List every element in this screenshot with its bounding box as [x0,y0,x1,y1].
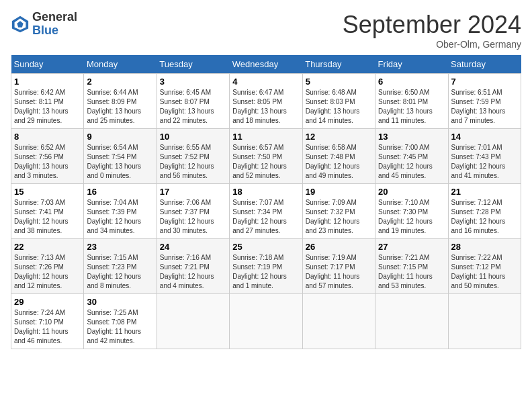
day-number-4: 4 [232,77,299,87]
cell-w3-d5: 27Sunrise: 7:21 AMSunset: 7:15 PMDayligh… [375,239,448,294]
day-number-27: 27 [378,242,445,252]
col-tuesday: Tuesday [157,55,229,74]
cell-w2-d2: 17Sunrise: 7:06 AMSunset: 7:37 PMDayligh… [157,184,229,239]
day-number-23: 23 [87,242,153,252]
day-number-16: 16 [87,187,153,197]
cell-w2-d5: 20Sunrise: 7:10 AMSunset: 7:30 PMDayligh… [375,184,448,239]
cell-w1-d6: 14Sunrise: 7:01 AMSunset: 7:43 PMDayligh… [448,129,521,184]
week-row-0: 1Sunrise: 6:42 AMSunset: 8:11 PMDaylight… [11,74,521,129]
week-row-3: 22Sunrise: 7:13 AMSunset: 7:26 PMDayligh… [11,239,521,294]
day-info-23: Sunrise: 7:15 AMSunset: 7:23 PMDaylight:… [87,253,153,291]
day-number-12: 12 [306,132,372,142]
day-info-15: Sunrise: 7:03 AMSunset: 7:41 PMDaylight:… [14,198,81,236]
cell-w3-d2: 24Sunrise: 7:16 AMSunset: 7:21 PMDayligh… [157,239,229,294]
day-number-15: 15 [14,187,81,197]
cell-w3-d1: 23Sunrise: 7:15 AMSunset: 7:23 PMDayligh… [84,239,157,294]
logo: General Blue [11,11,77,38]
day-number-13: 13 [378,132,445,142]
day-number-10: 10 [160,132,226,142]
cell-w0-d1: 2Sunrise: 6:44 AMSunset: 8:09 PMDaylight… [84,74,157,129]
logo-general-text: General [32,11,77,24]
cell-w3-d4: 26Sunrise: 7:19 AMSunset: 7:17 PMDayligh… [302,239,375,294]
day-info-30: Sunrise: 7:25 AMSunset: 7:08 PMDaylight:… [87,308,153,346]
cell-w2-d6: 21Sunrise: 7:12 AMSunset: 7:28 PMDayligh… [448,184,521,239]
cell-w3-d0: 22Sunrise: 7:13 AMSunset: 7:26 PMDayligh… [11,239,84,294]
cell-w2-d0: 15Sunrise: 7:03 AMSunset: 7:41 PMDayligh… [11,184,84,239]
cell-w4-d1: 30Sunrise: 7:25 AMSunset: 7:08 PMDayligh… [84,294,157,349]
day-info-7: Sunrise: 6:51 AMSunset: 7:59 PMDaylight:… [451,88,518,126]
day-number-1: 1 [14,77,81,87]
header-row: Sunday Monday Tuesday Wednesday Thursday… [11,55,521,74]
cell-w2-d3: 18Sunrise: 7:07 AMSunset: 7:34 PMDayligh… [230,184,302,239]
week-row-1: 8Sunrise: 6:52 AMSunset: 7:56 PMDaylight… [11,129,521,184]
location: Ober-Olm, Germany [343,39,521,50]
day-info-22: Sunrise: 7:13 AMSunset: 7:26 PMDaylight:… [14,253,81,291]
day-info-8: Sunrise: 6:52 AMSunset: 7:56 PMDaylight:… [14,143,81,181]
day-number-8: 8 [14,132,81,142]
day-number-3: 3 [160,77,226,87]
day-info-3: Sunrise: 6:45 AMSunset: 8:07 PMDaylight:… [160,88,226,126]
calendar-body: 1Sunrise: 6:42 AMSunset: 8:11 PMDaylight… [11,74,521,349]
logo-icon [11,15,30,34]
day-info-27: Sunrise: 7:21 AMSunset: 7:15 PMDaylight:… [378,253,445,291]
cell-w0-d5: 6Sunrise: 6:50 AMSunset: 8:01 PMDaylight… [375,74,448,129]
day-info-21: Sunrise: 7:12 AMSunset: 7:28 PMDaylight:… [451,198,518,236]
day-info-25: Sunrise: 7:18 AMSunset: 7:19 PMDaylight:… [232,253,299,291]
cell-w4-d2 [157,294,229,349]
day-number-26: 26 [306,242,372,252]
cell-w1-d3: 11Sunrise: 6:57 AMSunset: 7:50 PMDayligh… [230,129,302,184]
day-info-16: Sunrise: 7:04 AMSunset: 7:39 PMDaylight:… [87,198,153,236]
cell-w1-d2: 10Sunrise: 6:55 AMSunset: 7:52 PMDayligh… [157,129,229,184]
day-number-29: 29 [14,297,81,307]
day-info-12: Sunrise: 6:58 AMSunset: 7:48 PMDaylight:… [306,143,372,181]
day-number-18: 18 [232,187,299,197]
cell-w0-d2: 3Sunrise: 6:45 AMSunset: 8:07 PMDaylight… [157,74,229,129]
header: General Blue September 2024 Ober-Olm, Ge… [11,11,521,50]
day-info-18: Sunrise: 7:07 AMSunset: 7:34 PMDaylight:… [232,198,299,236]
col-thursday: Thursday [302,55,375,74]
logo-blue-text: Blue [32,24,77,38]
day-info-29: Sunrise: 7:24 AMSunset: 7:10 PMDaylight:… [14,308,81,346]
day-info-19: Sunrise: 7:09 AMSunset: 7:32 PMDaylight:… [306,198,372,236]
cell-w3-d3: 25Sunrise: 7:18 AMSunset: 7:19 PMDayligh… [230,239,302,294]
day-number-2: 2 [87,77,153,87]
cell-w1-d0: 8Sunrise: 6:52 AMSunset: 7:56 PMDaylight… [11,129,84,184]
day-info-13: Sunrise: 7:00 AMSunset: 7:45 PMDaylight:… [378,143,445,181]
cell-w0-d3: 4Sunrise: 6:47 AMSunset: 8:05 PMDaylight… [230,74,302,129]
day-number-28: 28 [451,242,518,252]
cell-w1-d5: 13Sunrise: 7:00 AMSunset: 7:45 PMDayligh… [375,129,448,184]
month-title: September 2024 [343,11,521,39]
day-info-17: Sunrise: 7:06 AMSunset: 7:37 PMDaylight:… [160,198,226,236]
col-monday: Monday [84,55,157,74]
col-friday: Friday [375,55,448,74]
cell-w1-d1: 9Sunrise: 6:54 AMSunset: 7:54 PMDaylight… [84,129,157,184]
cell-w4-d5 [375,294,448,349]
cell-w2-d4: 19Sunrise: 7:09 AMSunset: 7:32 PMDayligh… [302,184,375,239]
col-saturday: Saturday [448,55,521,74]
day-number-21: 21 [451,187,518,197]
day-info-26: Sunrise: 7:19 AMSunset: 7:17 PMDaylight:… [306,253,372,291]
day-info-24: Sunrise: 7:16 AMSunset: 7:21 PMDaylight:… [160,253,226,291]
cell-w3-d6: 28Sunrise: 7:22 AMSunset: 7:12 PMDayligh… [448,239,521,294]
day-info-20: Sunrise: 7:10 AMSunset: 7:30 PMDaylight:… [378,198,445,236]
day-number-30: 30 [87,297,153,307]
col-sunday: Sunday [11,55,84,74]
day-info-28: Sunrise: 7:22 AMSunset: 7:12 PMDaylight:… [451,253,518,291]
day-number-14: 14 [451,132,518,142]
day-info-1: Sunrise: 6:42 AMSunset: 8:11 PMDaylight:… [14,88,81,126]
day-number-22: 22 [14,242,81,252]
week-row-2: 15Sunrise: 7:03 AMSunset: 7:41 PMDayligh… [11,184,521,239]
calendar-header: Sunday Monday Tuesday Wednesday Thursday… [11,55,521,74]
day-number-19: 19 [306,187,372,197]
day-number-17: 17 [160,187,226,197]
calendar: Sunday Monday Tuesday Wednesday Thursday… [11,55,521,349]
day-number-24: 24 [160,242,226,252]
cell-w0-d4: 5Sunrise: 6:48 AMSunset: 8:03 PMDaylight… [302,74,375,129]
col-wednesday: Wednesday [230,55,302,74]
cell-w0-d6: 7Sunrise: 6:51 AMSunset: 7:59 PMDaylight… [448,74,521,129]
cell-w0-d0: 1Sunrise: 6:42 AMSunset: 8:11 PMDaylight… [11,74,84,129]
day-info-2: Sunrise: 6:44 AMSunset: 8:09 PMDaylight:… [87,88,153,126]
day-info-6: Sunrise: 6:50 AMSunset: 8:01 PMDaylight:… [378,88,445,126]
day-number-11: 11 [232,132,299,142]
cell-w4-d6 [448,294,521,349]
